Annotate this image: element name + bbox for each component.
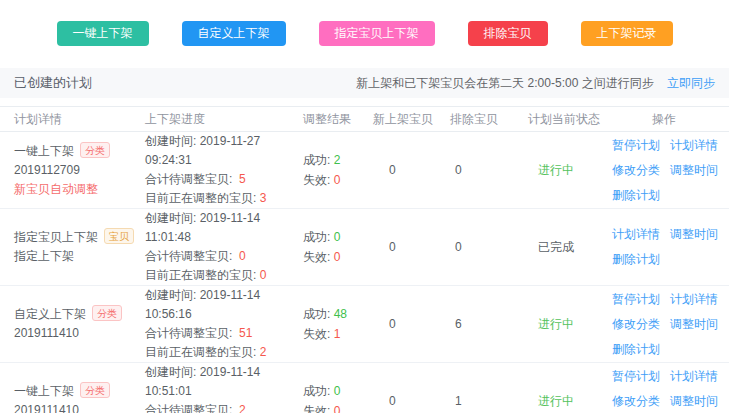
adjust-time-link[interactable]: 调整时间 xyxy=(670,393,718,410)
progress-cell: 创建时间: 2019-11-14 10:51:01 合计待调整宝贝: 2 目前正… xyxy=(145,363,303,413)
progress-cell: 创建时间: 2019-11-14 11:01:48 合计待调整宝贝: 0 目前正… xyxy=(145,209,303,285)
edit-category-link[interactable]: 修改分类 xyxy=(612,316,660,333)
one-click-shelf-button[interactable]: 一键上下架 xyxy=(57,21,149,46)
section-header: 已创建的计划 新上架和已下架宝贝会在第二天 2:00-5:00 之间进行同步 立… xyxy=(0,68,729,98)
plan-id: 2019111410 xyxy=(14,324,145,343)
header-excluded: 排除宝贝 xyxy=(450,111,526,128)
custom-shelf-button[interactable]: 自定义上下架 xyxy=(182,21,286,46)
actions-cell: 暂停计划 计划详情 修改分类 调整时间 删除计划 xyxy=(608,291,718,358)
excluded-count: 0 xyxy=(450,163,526,177)
result-cell: 成功: 0 失效: 0 xyxy=(303,381,373,413)
delete-plan-link[interactable]: 删除计划 xyxy=(612,187,660,204)
new-items-count: 0 xyxy=(373,317,450,331)
edit-category-link[interactable]: 修改分类 xyxy=(612,162,660,179)
plan-detail-cell: 自定义上下架分类 2019111410 xyxy=(14,305,145,343)
status-badge: 进行中 xyxy=(526,393,608,410)
status-badge: 进行中 xyxy=(526,316,608,333)
header-status: 计划当前状态 xyxy=(526,111,608,128)
delete-plan-link[interactable]: 删除计划 xyxy=(612,251,660,268)
plan-id: 2019112709 xyxy=(14,161,145,180)
sync-note-wrap: 新上架和已下架宝贝会在第二天 2:00-5:00 之间进行同步 立即同步 xyxy=(356,75,715,92)
pause-plan-link[interactable]: 暂停计划 xyxy=(612,291,660,308)
header-actions: 操作 xyxy=(608,111,715,128)
excluded-count: 6 xyxy=(450,317,526,331)
status-badge: 已完成 xyxy=(526,239,608,256)
table-header: 计划详情 上下架进度 调整结果 新上架宝贝 排除宝贝 计划当前状态 操作 xyxy=(0,106,729,132)
header-plan-detail: 计划详情 xyxy=(14,111,145,128)
adjust-time-link[interactable]: 调整时间 xyxy=(670,316,718,333)
delete-plan-link[interactable]: 删除计划 xyxy=(612,341,660,358)
section-title: 已创建的计划 xyxy=(14,74,92,92)
table-row: 自定义上下架分类 2019111410 创建时间: 2019-11-14 10:… xyxy=(0,286,729,363)
adjust-time-link[interactable]: 调整时间 xyxy=(670,226,718,243)
excluded-count: 0 xyxy=(450,240,526,254)
plan-detail-link[interactable]: 计划详情 xyxy=(612,226,660,243)
plan-detail-cell: 一键上下架分类 2019112709 新宝贝自动调整 xyxy=(14,142,145,199)
plan-type-tag: 分类 xyxy=(92,305,122,321)
plan-detail-cell: 指定宝贝上下架宝贝 指定上下架 xyxy=(14,228,145,266)
header-new-items: 新上架宝贝 xyxy=(373,111,450,128)
plan-detail-link[interactable]: 计划详情 xyxy=(670,291,718,308)
table-row: 一键上下架分类 2019112709 新宝贝自动调整 创建时间: 2019-11… xyxy=(0,132,729,209)
shelf-records-button[interactable]: 上下架记录 xyxy=(581,21,673,46)
plan-id: 2019111410 xyxy=(14,401,145,413)
new-items-count: 0 xyxy=(373,240,450,254)
sync-now-link[interactable]: 立即同步 xyxy=(667,76,715,90)
status-badge: 进行中 xyxy=(526,162,608,179)
plan-detail-cell: 一键上下架分类 2019111410 xyxy=(14,382,145,413)
plan-name: 一键上下架 xyxy=(14,144,74,158)
plan-name: 指定宝贝上下架 xyxy=(14,230,98,244)
plan-note: 新宝贝自动调整 xyxy=(14,180,145,199)
edit-category-link[interactable]: 修改分类 xyxy=(612,393,660,410)
new-items-count: 0 xyxy=(373,394,450,408)
adjust-time-link[interactable]: 调整时间 xyxy=(670,162,718,179)
specified-item-shelf-button[interactable]: 指定宝贝上下架 xyxy=(319,21,435,46)
sync-note: 新上架和已下架宝贝会在第二天 2:00-5:00 之间进行同步 xyxy=(356,76,653,90)
excluded-count: 1 xyxy=(450,394,526,408)
progress-cell: 创建时间: 2019-11-27 09:24:31 合计待调整宝贝: 5 目前正… xyxy=(145,132,303,208)
exclude-items-button[interactable]: 排除宝贝 xyxy=(468,21,548,46)
pause-plan-link[interactable]: 暂停计划 xyxy=(612,137,660,154)
plan-type-tag: 宝贝 xyxy=(104,228,134,244)
plan-detail-link[interactable]: 计划详情 xyxy=(670,368,718,385)
progress-cell: 创建时间: 2019-11-14 10:56:16 合计待调整宝贝: 51 目前… xyxy=(145,286,303,362)
plan-detail-link[interactable]: 计划详情 xyxy=(670,137,718,154)
plan-type-tag: 分类 xyxy=(80,142,110,158)
header-result: 调整结果 xyxy=(303,111,373,128)
plan-type-tag: 分类 xyxy=(80,382,110,398)
header-progress: 上下架进度 xyxy=(145,111,303,128)
plan-id: 指定上下架 xyxy=(14,247,145,266)
plan-name: 一键上下架 xyxy=(14,384,74,398)
result-cell: 成功: 48 失效: 1 xyxy=(303,304,373,344)
result-cell: 成功: 2 失效: 0 xyxy=(303,150,373,190)
result-cell: 成功: 0 失效: 0 xyxy=(303,227,373,267)
pause-plan-link[interactable]: 暂停计划 xyxy=(612,368,660,385)
actions-cell: 暂停计划 计划详情 修改分类 调整时间 删除计划 xyxy=(608,368,718,413)
plan-name: 自定义上下架 xyxy=(14,307,86,321)
new-items-count: 0 xyxy=(373,163,450,177)
actions-cell: 计划详情 调整时间 删除计划 xyxy=(608,226,718,268)
table-row: 指定宝贝上下架宝贝 指定上下架 创建时间: 2019-11-14 11:01:4… xyxy=(0,209,729,286)
actions-cell: 暂停计划 计划详情 修改分类 调整时间 删除计划 xyxy=(608,137,718,204)
toolbar: 一键上下架 自定义上下架 指定宝贝上下架 排除宝贝 上下架记录 xyxy=(0,0,729,46)
table-row: 一键上下架分类 2019111410 创建时间: 2019-11-14 10:5… xyxy=(0,363,729,413)
